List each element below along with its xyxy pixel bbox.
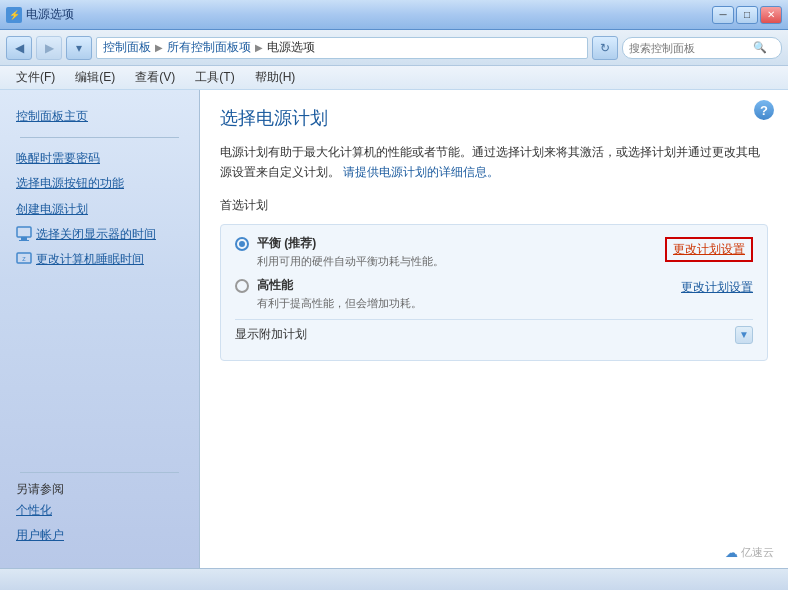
forward-button[interactable]: ▶ <box>36 36 62 60</box>
sidebar: 控制面板主页 唤醒时需要密码 选择电源按钮的功能 创建电源计划 选择关闭显示器的… <box>0 90 200 568</box>
chevron-down-icon: ▼ <box>735 326 753 344</box>
change-plan-link-highperf[interactable]: 更改计划设置 <box>681 279 753 296</box>
plan-item-balanced: 平衡 (推荐) 利用可用的硬件自动平衡功耗与性能。 更改计划设置 <box>235 235 753 269</box>
menu-file[interactable]: 文件(F) <box>8 67 63 88</box>
main-layout: 控制面板主页 唤醒时需要密码 选择电源按钮的功能 创建电源计划 选择关闭显示器的… <box>0 90 788 568</box>
sidebar-label-sleep-time: 更改计算机睡眠时间 <box>36 250 144 269</box>
content-area: ? 选择电源计划 电源计划有助于最大化计算机的性能或者节能。通过选择计划来将其激… <box>200 90 788 568</box>
plan-info-highperf: 高性能 有利于提高性能，但会增加功耗。 <box>257 277 671 311</box>
monitor-icon <box>16 226 32 242</box>
menu-edit[interactable]: 编辑(E) <box>67 67 123 88</box>
plan-name-balanced: 平衡 (推荐) <box>257 235 655 252</box>
plan-desc-highperf: 有利于提高性能，但会增加功耗。 <box>257 296 671 311</box>
page-title: 选择电源计划 <box>220 106 768 130</box>
dropdown-button[interactable]: ▾ <box>66 36 92 60</box>
radio-balanced[interactable] <box>235 237 249 251</box>
radio-highperf[interactable] <box>235 279 249 293</box>
sidebar-item-useraccount[interactable]: 用户帐户 <box>10 523 189 548</box>
menu-view[interactable]: 查看(V) <box>127 67 183 88</box>
status-bar <box>0 568 788 590</box>
section-header: 首选计划 <box>220 197 768 214</box>
back-button[interactable]: ◀ <box>6 36 32 60</box>
sidebar-nav: 控制面板主页 唤醒时需要密码 选择电源按钮的功能 创建电源计划 选择关闭显示器的… <box>0 100 199 276</box>
watermark-icon: ☁ <box>725 545 738 560</box>
menu-bar: 文件(F) 编辑(E) 查看(V) 工具(T) 帮助(H) <box>0 66 788 90</box>
refresh-button[interactable]: ↻ <box>592 36 618 60</box>
sidebar-divider-1 <box>20 137 179 138</box>
menu-help[interactable]: 帮助(H) <box>247 67 304 88</box>
sidebar-item-display-time[interactable]: 选择关闭显示器的时间 <box>10 222 189 247</box>
sidebar-label-display-time: 选择关闭显示器的时间 <box>36 225 156 244</box>
window-icon: ⚡ <box>6 7 22 23</box>
window-title: 电源选项 <box>26 6 74 23</box>
svg-rect-2 <box>19 240 29 241</box>
content-description: 电源计划有助于最大化计算机的性能或者节能。通过选择计划来将其激活，或选择计划并通… <box>220 142 768 183</box>
show-more-label: 显示附加计划 <box>235 326 307 343</box>
sidebar-item-sleep-time[interactable]: z 更改计算机睡眠时间 <box>10 247 189 272</box>
plan-name-highperf: 高性能 <box>257 277 671 294</box>
sidebar-item-home[interactable]: 控制面板主页 <box>10 104 189 129</box>
title-bar-left: ⚡ 电源选项 <box>6 6 74 23</box>
search-box[interactable]: 🔍 <box>622 37 782 59</box>
sleep-icon: z <box>16 252 32 268</box>
sidebar-item-personalize[interactable]: 个性化 <box>10 498 189 523</box>
path-arrow-2: ▶ <box>255 42 263 53</box>
help-button[interactable]: ? <box>754 100 774 120</box>
detail-link[interactable]: 请提供电源计划的详细信息。 <box>343 165 499 179</box>
address-bar: ◀ ▶ ▾ 控制面板 ▶ 所有控制面板项 ▶ 电源选项 ↻ 🔍 <box>0 30 788 66</box>
plan-section: 平衡 (推荐) 利用可用的硬件自动平衡功耗与性能。 更改计划设置 高性能 有利于… <box>220 224 768 361</box>
close-button[interactable]: ✕ <box>760 6 782 24</box>
plan-info-balanced: 平衡 (推荐) 利用可用的硬件自动平衡功耗与性能。 <box>257 235 655 269</box>
path-allitems[interactable]: 所有控制面板项 <box>167 39 251 56</box>
change-plan-link-balanced[interactable]: 更改计划设置 <box>665 237 753 262</box>
svg-rect-0 <box>17 227 31 237</box>
watermark: ☁ 亿速云 <box>725 545 774 560</box>
sidebar-item-wakepassword[interactable]: 唤醒时需要密码 <box>10 146 189 171</box>
search-input[interactable] <box>629 42 749 54</box>
title-bar: ⚡ 电源选项 ─ □ ✕ <box>0 0 788 30</box>
plan-desc-balanced: 利用可用的硬件自动平衡功耗与性能。 <box>257 254 655 269</box>
sidebar-divider-2 <box>20 472 179 473</box>
sidebar-also-see: 另请参阅 个性化 用户帐户 <box>0 454 199 558</box>
radio-inner-balanced <box>239 241 245 247</box>
svg-rect-1 <box>21 237 27 240</box>
watermark-text: 亿速云 <box>741 545 774 560</box>
sidebar-also-see-title: 另请参阅 <box>10 478 70 500</box>
path-current: 电源选项 <box>267 39 315 56</box>
path-controlpanel[interactable]: 控制面板 <box>103 39 151 56</box>
search-icon[interactable]: 🔍 <box>753 41 767 54</box>
svg-text:z: z <box>22 255 26 262</box>
maximize-button[interactable]: □ <box>736 6 758 24</box>
menu-tools[interactable]: 工具(T) <box>187 67 242 88</box>
show-more-plans[interactable]: 显示附加计划 ▼ <box>235 319 753 350</box>
minimize-button[interactable]: ─ <box>712 6 734 24</box>
address-path: 控制面板 ▶ 所有控制面板项 ▶ 电源选项 <box>96 37 588 59</box>
path-arrow-1: ▶ <box>155 42 163 53</box>
sidebar-item-powerbutton[interactable]: 选择电源按钮的功能 <box>10 171 189 196</box>
sidebar-item-createplan[interactable]: 创建电源计划 <box>10 197 189 222</box>
plan-item-highperf: 高性能 有利于提高性能，但会增加功耗。 更改计划设置 <box>235 277 753 311</box>
title-bar-controls: ─ □ ✕ <box>712 6 782 24</box>
